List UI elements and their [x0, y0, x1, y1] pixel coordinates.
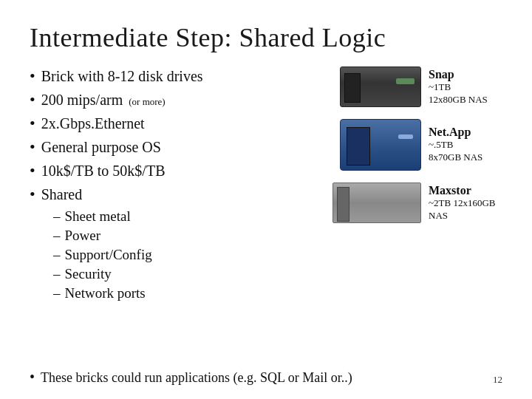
right-column: Snap ~1TB12x80GB NAS Net.App ~.5TB8x70GB… [266, 66, 502, 304]
content-area: Brick with 8-12 disk drives 200 mips/arm… [30, 66, 502, 304]
maxstor-device-block: Maxstor ~2TB 12x160GBNAS [332, 183, 502, 223]
bullet-3: 2x.Gbps.Ethernet [30, 114, 266, 133]
maxstor-device-image [332, 183, 421, 223]
sub-bullet-list: Sheet metal Power Support/Config Securit… [53, 208, 266, 301]
left-column: Brick with 8-12 disk drives 200 mips/arm… [30, 66, 266, 304]
bullet-4: General purpose OS [30, 137, 266, 157]
slide-title: Intermediate Step: Shared Logic [30, 22, 502, 53]
bullet-5: 10k$/TB to 50k$/TB [30, 161, 266, 180]
sub-bullet-3: Support/Config [53, 247, 266, 263]
bottom-bullet: These bricks could run applications (e.g… [30, 369, 502, 386]
bullet-list: Brick with 8-12 disk drives 200 mips/arm… [30, 66, 266, 204]
bullet-1: Brick with 8-12 disk drives [30, 66, 266, 86]
sub-bullet-2: Power [53, 228, 266, 244]
sub-bullet-5: Network ports [53, 285, 266, 301]
sub-bullet-1: Sheet metal [53, 208, 266, 225]
bullet-2: 200 mips/arm (or more) [30, 90, 266, 109]
sub-bullet-4: Security [53, 266, 266, 282]
snap-device-image [340, 66, 421, 107]
snap-device-label: Snap ~1TB12x80GB NAS [429, 68, 502, 106]
bullet-6: Shared [30, 185, 266, 204]
maxstor-device-label: Maxstor ~2TB 12x160GBNAS [429, 184, 502, 222]
slide: Intermediate Step: Shared Logic Brick wi… [0, 0, 532, 399]
netapp-device-label: Net.App ~.5TB8x70GB NAS [429, 126, 502, 164]
netapp-device-block: Net.App ~.5TB8x70GB NAS [340, 119, 502, 171]
snap-device-block: Snap ~1TB12x80GB NAS [340, 66, 502, 107]
netapp-device-image [340, 119, 421, 171]
page-number: 12 [493, 374, 502, 386]
